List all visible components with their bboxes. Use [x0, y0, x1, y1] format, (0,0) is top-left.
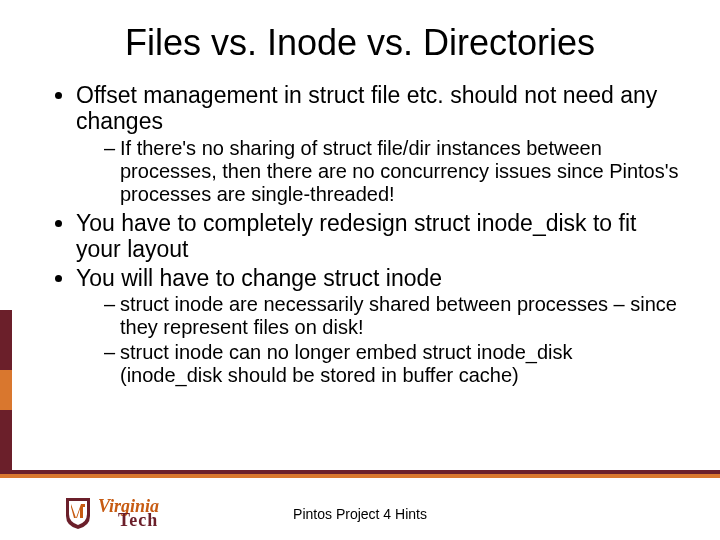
bullet-3-sub-1: struct inode are necessarily shared betw… — [104, 293, 680, 339]
accent-bar-maroon — [0, 310, 12, 370]
bullet-2: You have to completely redesign struct i… — [76, 210, 680, 263]
bullet-1: Offset management in struct file etc. sh… — [76, 82, 680, 206]
slide-title: Files vs. Inode vs. Directories — [0, 0, 720, 74]
slide-body: Offset management in struct file etc. sh… — [0, 74, 720, 387]
left-accent-bars — [0, 310, 12, 470]
bullet-3-sub-2: struct inode can no longer embed struct … — [104, 341, 680, 387]
footer-text: Pintos Project 4 Hints — [0, 506, 720, 522]
bullet-3: You will have to change struct inode str… — [76, 265, 680, 387]
accent-bar-maroon-2 — [0, 410, 12, 470]
bullet-1-sublist: If there's no sharing of struct file/dir… — [76, 137, 680, 206]
bullet-list: Offset management in struct file etc. sh… — [52, 82, 680, 387]
bullet-1-text: Offset management in struct file etc. sh… — [76, 82, 657, 134]
accent-bar-orange — [0, 370, 12, 410]
bullet-3-sublist: struct inode are necessarily shared betw… — [76, 293, 680, 387]
divider-stripe-orange — [0, 474, 720, 478]
bullet-1-sub-1: If there's no sharing of struct file/dir… — [104, 137, 680, 206]
slide: Files vs. Inode vs. Directories Offset m… — [0, 0, 720, 540]
bullet-3-text: You will have to change struct inode — [76, 265, 442, 291]
